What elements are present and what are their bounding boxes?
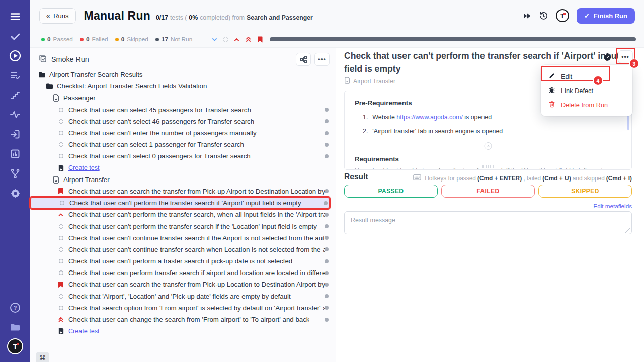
- branch-icon[interactable]: [7, 165, 24, 182]
- status-dot: [325, 213, 329, 217]
- test-item[interactable]: Check that user can't perform the transf…: [30, 197, 330, 209]
- bug-icon: [548, 86, 555, 95]
- edit-metafields-link[interactable]: Edit metafields: [593, 203, 632, 209]
- chevron-up-icon[interactable]: [233, 36, 240, 43]
- circle-marker-icon: [57, 259, 65, 263]
- menu-item-delete-from-run[interactable]: Delete from Run: [541, 98, 632, 112]
- result-message-input[interactable]: [344, 211, 632, 234]
- menu-item-link-defect[interactable]: Link Defect: [541, 83, 632, 98]
- status-dot: [325, 154, 329, 158]
- projects-folder-icon[interactable]: [7, 319, 24, 336]
- test-item[interactable]: Check that user can't continue transfer …: [30, 244, 330, 255]
- orange-dot-icon: [115, 38, 119, 41]
- finish-run-button[interactable]: ✓ Finish Run: [577, 8, 635, 24]
- test-item[interactable]: Check that user can perform transfer sea…: [30, 267, 330, 279]
- chevron-down-icon[interactable]: [211, 36, 218, 43]
- tree-folder-node[interactable]: Checklist: Airport Transfer Search Field…: [30, 80, 330, 92]
- card-resize-handle[interactable]: [481, 165, 495, 168]
- status-dot: [325, 247, 329, 251]
- timer-button[interactable]: [601, 50, 614, 63]
- section-divider: [355, 142, 621, 150]
- circle-marker-icon: [57, 154, 65, 158]
- red-dot-icon: [80, 38, 84, 41]
- test-item[interactable]: Check that user can change the search fr…: [30, 314, 330, 325]
- file-icon: [52, 94, 60, 102]
- test-item[interactable]: Check that user can't continue transfer …: [30, 232, 330, 244]
- status-dot: [325, 318, 329, 322]
- file-plus-icon: [57, 327, 65, 335]
- testomat-logo[interactable]: T: [7, 338, 23, 354]
- copy-check-icon: [38, 54, 47, 65]
- circle-marker-icon: [57, 131, 65, 135]
- report-icon[interactable]: [7, 145, 24, 162]
- test-item[interactable]: Check that user can't enter the number o…: [30, 127, 330, 139]
- green-dot-icon: [41, 38, 45, 41]
- retry-timer-icon[interactable]: [539, 11, 548, 21]
- steps-icon[interactable]: [7, 86, 24, 104]
- folder-icon: [38, 71, 46, 78]
- tree-more-button[interactable]: •••: [314, 53, 330, 66]
- test-item[interactable]: Check that user can select 45 passengers…: [30, 104, 330, 116]
- circle-marker-icon: [57, 142, 65, 147]
- menu-icon[interactable]: [7, 8, 24, 25]
- test-item[interactable]: Check that user can search the transfer …: [30, 186, 330, 197]
- test-item[interactable]: Check that user can't perform the transf…: [30, 209, 330, 220]
- menu-item-edit[interactable]: Edit: [541, 69, 632, 83]
- file-plus-icon: [57, 164, 65, 172]
- dark-dot-icon: [155, 38, 159, 41]
- fast-forward-icon[interactable]: [523, 12, 531, 20]
- run-title: Smoke Run: [51, 55, 89, 63]
- tree-view-button[interactable]: [296, 53, 311, 66]
- testomat-logo[interactable]: T: [556, 9, 569, 22]
- double-chevron-up-icon[interactable]: [245, 36, 252, 43]
- circle-marker-icon: [57, 119, 65, 124]
- collapse-knob-icon[interactable]: [485, 142, 492, 150]
- activity-icon[interactable]: [7, 106, 24, 123]
- test-item[interactable]: Check that user can't perform a trasfer …: [30, 255, 330, 267]
- top-bar: « Runs Manual Run 0/17 tests ( 0% comple…: [30, 0, 644, 48]
- skipped-button[interactable]: SKIPPED: [538, 185, 632, 198]
- keyboard-icon: [413, 174, 421, 182]
- settings-gear-icon[interactable]: [7, 185, 24, 202]
- circle-marker-icon: [57, 236, 65, 240]
- passed-button[interactable]: PASSED: [344, 185, 438, 198]
- help-icon[interactable]: ?: [7, 299, 24, 316]
- back-label: Runs: [53, 12, 68, 20]
- status-dot: [325, 236, 329, 240]
- tests-count: 0/17: [156, 14, 168, 21]
- list-check-icon[interactable]: [7, 67, 24, 84]
- file-icon: [52, 176, 60, 184]
- suite-tag[interactable]: Airport Transfer: [344, 77, 395, 85]
- page-title: Manual Run: [84, 9, 150, 23]
- create-test-link[interactable]: Create test: [30, 162, 330, 174]
- status-dot: [325, 131, 329, 135]
- play-circle-icon[interactable]: [7, 47, 24, 64]
- double-chevron-up-icon: [57, 316, 65, 323]
- resize-grip-icon[interactable]: [625, 228, 630, 233]
- check-icon[interactable]: [7, 28, 24, 45]
- test-item[interactable]: Check that user can't select 0 passenger…: [30, 150, 330, 162]
- bookmark-icon: [57, 281, 65, 288]
- test-item[interactable]: Check that user can search the transfer …: [30, 279, 330, 290]
- test-item[interactable]: Check that search option from 'From airp…: [30, 302, 330, 314]
- create-test-link[interactable]: Create test: [30, 325, 330, 337]
- circle-marker-icon: [57, 224, 65, 229]
- back-to-runs-button[interactable]: « Runs: [39, 8, 76, 24]
- status-dot: [325, 119, 329, 123]
- failed-button[interactable]: FAILED: [441, 185, 535, 198]
- tree-folder-node[interactable]: Airport Transfer Search Results: [30, 69, 330, 80]
- circle-marker-icon: [57, 294, 65, 299]
- test-item[interactable]: Check that 'Airport', 'Location' and 'Pi…: [30, 291, 330, 302]
- test-item[interactable]: Check that user can't perform the transf…: [30, 220, 330, 232]
- tree-file-node[interactable]: Airport Transfer: [30, 174, 330, 186]
- import-icon[interactable]: [7, 126, 24, 143]
- test-more-button[interactable]: •••: [618, 50, 633, 63]
- circle-icon[interactable]: [223, 37, 228, 42]
- test-item[interactable]: Check that user can't select 46 passenge…: [30, 116, 330, 127]
- test-item[interactable]: Check that user can select 1 passenger f…: [30, 139, 330, 150]
- tree-file-node[interactable]: Passenger: [30, 92, 330, 104]
- command-key-badge[interactable]: ⌘: [36, 352, 49, 362]
- agoda-link[interactable]: https://www.agoda.com/: [396, 114, 463, 121]
- bookmark-icon[interactable]: [257, 36, 263, 43]
- status-dot: [325, 271, 329, 275]
